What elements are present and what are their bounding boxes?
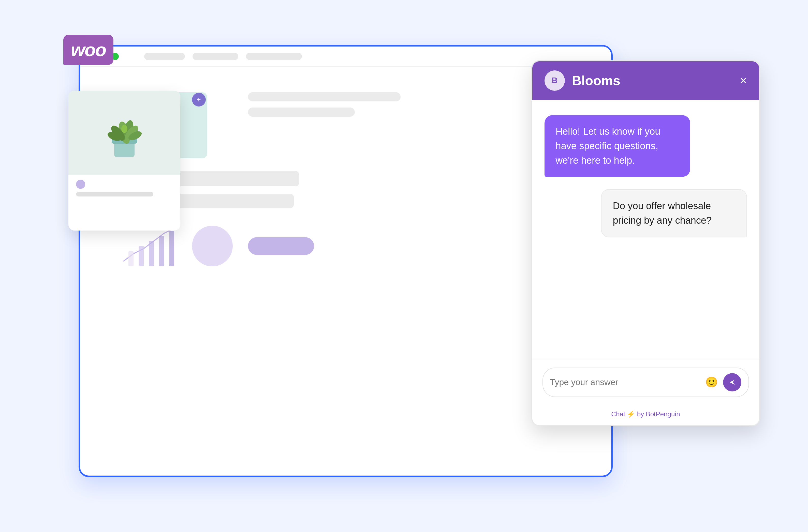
chat-input-area: 🙂 bbox=[532, 359, 759, 405]
content-bar-1 bbox=[248, 92, 401, 101]
content-row-2 bbox=[121, 171, 570, 208]
action-button-placeholder[interactable] bbox=[248, 237, 314, 255]
emoji-button[interactable]: 🙂 bbox=[705, 376, 718, 388]
product-card bbox=[69, 91, 180, 230]
chat-avatar: B bbox=[545, 71, 565, 91]
add-product-button[interactable]: + bbox=[192, 93, 206, 107]
product-name-bar bbox=[76, 192, 153, 196]
woo-logo-area: woo bbox=[63, 35, 114, 65]
content-bar-2 bbox=[248, 108, 355, 117]
nav-item-2 bbox=[192, 53, 238, 60]
botpenguin-link[interactable]: Chat ⚡ by BotPenguin bbox=[611, 410, 680, 418]
product-color-dot bbox=[76, 180, 85, 189]
scene: + bbox=[48, 25, 760, 508]
browser-titlebar bbox=[80, 46, 611, 67]
woo-badge: woo bbox=[63, 35, 114, 65]
chat-input[interactable] bbox=[550, 377, 700, 387]
svg-rect-11 bbox=[149, 241, 154, 266]
svg-point-22 bbox=[121, 125, 127, 133]
bot-message-1: Hello! Let us know if you have specific … bbox=[545, 115, 690, 177]
content-row-3 bbox=[121, 221, 570, 271]
svg-rect-10 bbox=[139, 246, 144, 266]
svg-rect-9 bbox=[128, 251, 133, 266]
nav-item-3 bbox=[246, 53, 302, 60]
woo-logo-text: woo bbox=[71, 40, 106, 60]
chat-input-row: 🙂 bbox=[543, 367, 749, 397]
chat-widget: B Blooms × Hello! Let us know if you hav… bbox=[531, 60, 760, 426]
browser-nav bbox=[144, 53, 302, 60]
product-info bbox=[69, 175, 180, 202]
chat-footer: Chat ⚡ by BotPenguin bbox=[532, 405, 759, 425]
circle-placeholder bbox=[192, 226, 233, 266]
chat-header: B Blooms × bbox=[532, 61, 759, 100]
svg-rect-14 bbox=[114, 141, 134, 157]
bot-bubble-1: Hello! Let us know if you have specific … bbox=[545, 115, 690, 177]
svg-rect-12 bbox=[159, 236, 164, 266]
chat-title: Blooms bbox=[572, 73, 621, 88]
send-button[interactable] bbox=[723, 373, 741, 392]
chat-close-button[interactable]: × bbox=[739, 75, 747, 87]
content-bars bbox=[248, 92, 401, 158]
chat-messages: Hello! Let us know if you have specific … bbox=[532, 100, 759, 359]
user-bubble-1: Do you offer wholesale pricing by any ch… bbox=[601, 189, 747, 238]
product-image bbox=[69, 91, 180, 175]
svg-rect-13 bbox=[169, 231, 174, 266]
chat-header-left: B Blooms bbox=[545, 71, 621, 91]
content-row-1: + bbox=[121, 92, 570, 158]
nav-item-1 bbox=[144, 53, 185, 60]
user-message-1: Do you offer wholesale pricing by any ch… bbox=[601, 189, 747, 238]
